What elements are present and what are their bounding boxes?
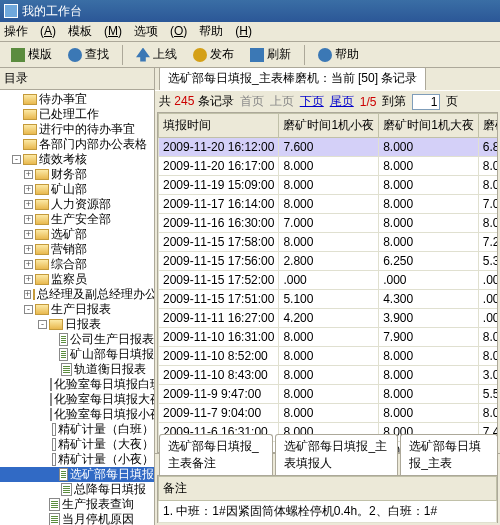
- table-cell[interactable]: 8.000: [279, 366, 379, 385]
- table-cell[interactable]: 6.250: [379, 252, 479, 271]
- table-cell[interactable]: 8.000: [379, 233, 479, 252]
- tree-node[interactable]: 化验室每日填报小夜: [0, 407, 154, 422]
- menu-options[interactable]: 选项(O): [134, 23, 187, 40]
- expand-icon[interactable]: +: [24, 170, 33, 179]
- expand-icon[interactable]: +: [24, 260, 33, 269]
- expand-icon[interactable]: +: [24, 215, 33, 224]
- table-cell[interactable]: 4.300: [379, 290, 479, 309]
- table-cell[interactable]: 8.000: [279, 157, 379, 176]
- table-cell[interactable]: 8.000: [478, 214, 498, 233]
- table-cell[interactable]: 8.000: [478, 347, 498, 366]
- table-cell[interactable]: 8.000: [379, 138, 479, 157]
- table-cell[interactable]: 2009-11-20 16:17:00: [159, 157, 279, 176]
- menu-operate[interactable]: 操作(A): [4, 23, 56, 40]
- table-row[interactable]: 2009-11-7 9:04:008.0008.0008.000: [159, 404, 499, 423]
- table-cell[interactable]: 2009-11-10 8:52:00: [159, 347, 279, 366]
- expand-icon[interactable]: -: [24, 305, 33, 314]
- tree-node[interactable]: -生产日报表: [0, 302, 154, 317]
- tb-template[interactable]: 模版: [4, 43, 59, 66]
- table-cell[interactable]: 8.000: [279, 385, 379, 404]
- tb-help[interactable]: 帮助: [311, 43, 366, 66]
- expand-icon[interactable]: +: [24, 245, 33, 254]
- table-cell[interactable]: 8.000: [478, 157, 498, 176]
- tree-node[interactable]: 公司生产日报表: [0, 332, 154, 347]
- column-header[interactable]: 填报时间: [159, 114, 279, 138]
- table-cell[interactable]: 2009-11-15 17:58:00: [159, 233, 279, 252]
- table-cell[interactable]: 8.000: [279, 404, 379, 423]
- tree-node[interactable]: 进行中的待办亊宜: [0, 122, 154, 137]
- tree-node[interactable]: 生产报表查询: [0, 497, 154, 512]
- expand-icon[interactable]: -: [12, 155, 21, 164]
- tree-node[interactable]: -绩效考核: [0, 152, 154, 167]
- table-cell[interactable]: 7.900: [379, 328, 479, 347]
- table-row[interactable]: 2009-11-15 17:51:005.1004.300.000: [159, 290, 499, 309]
- tree-node[interactable]: +选矿部: [0, 227, 154, 242]
- tree-node[interactable]: 精矿计量（大夜）: [0, 437, 154, 452]
- expand-icon[interactable]: +: [24, 200, 33, 209]
- table-cell[interactable]: 6.800: [478, 138, 498, 157]
- tree-node[interactable]: +营销部: [0, 242, 154, 257]
- table-row[interactable]: 2009-11-16 16:30:007.0008.0008.000: [159, 214, 499, 233]
- nav-first[interactable]: 首页: [240, 93, 264, 110]
- table-cell[interactable]: 2009-11-7 9:04:00: [159, 404, 279, 423]
- tb-upload[interactable]: 上线: [129, 43, 184, 66]
- goto-input[interactable]: [412, 94, 440, 110]
- table-cell[interactable]: 3.900: [379, 309, 479, 328]
- table-cell[interactable]: 2.800: [279, 252, 379, 271]
- table-cell[interactable]: 8.000: [478, 176, 498, 195]
- table-row[interactable]: 2009-11-10 8:52:008.0008.0008.000: [159, 347, 499, 366]
- table-cell[interactable]: 8.000: [279, 195, 379, 214]
- table-cell[interactable]: 4.200: [279, 309, 379, 328]
- tree-node[interactable]: 精矿计量（小夜）: [0, 452, 154, 467]
- column-header[interactable]: 磨矿时间1机大夜: [379, 114, 479, 138]
- table-cell[interactable]: 2009-11-15 17:52:00: [159, 271, 279, 290]
- tree-node[interactable]: 当月停机原因: [0, 512, 154, 525]
- tree[interactable]: 待办亊宜已处理工作进行中的待办亊宜各部门内部办公表格-绩效考核+财务部+矿山部+…: [0, 90, 154, 525]
- table-cell[interactable]: 8.000: [279, 176, 379, 195]
- tree-node[interactable]: +财务部: [0, 167, 154, 182]
- table-cell[interactable]: .000: [478, 290, 498, 309]
- table-row[interactable]: 2009-11-9 9:47:008.0008.0005.500: [159, 385, 499, 404]
- menu-help[interactable]: 帮助(H): [199, 23, 252, 40]
- menu-template[interactable]: 模板(M): [68, 23, 122, 40]
- table-row[interactable]: 2009-11-17 16:14:008.0008.0007.000: [159, 195, 499, 214]
- table-cell[interactable]: .000: [279, 271, 379, 290]
- table-cell[interactable]: 5.500: [478, 385, 498, 404]
- table-row[interactable]: 2009-11-10 8:43:008.0008.0003.000: [159, 366, 499, 385]
- table-cell[interactable]: 2009-11-17 16:14:00: [159, 195, 279, 214]
- tab-main[interactable]: 选矿部每日填报_主表棒磨机：当前 [50] 条记录: [159, 68, 426, 90]
- tree-node[interactable]: 待办亊宜: [0, 92, 154, 107]
- table-cell[interactable]: 8.000: [478, 328, 498, 347]
- table-cell[interactable]: 7.200: [478, 233, 498, 252]
- tb-refresh[interactable]: 刷新: [243, 43, 298, 66]
- table-cell[interactable]: 8.000: [279, 233, 379, 252]
- tree-node[interactable]: +监察员: [0, 272, 154, 287]
- table-cell[interactable]: .000: [478, 309, 498, 328]
- bottom-tab[interactable]: 选矿部每日填报_主表备注: [159, 434, 273, 475]
- table-cell[interactable]: 8.000: [478, 404, 498, 423]
- tree-node[interactable]: 矿山部每日填报: [0, 347, 154, 362]
- tree-node[interactable]: 总降每日填报: [0, 482, 154, 497]
- nav-prev[interactable]: 上页: [270, 93, 294, 110]
- table-cell[interactable]: .000: [478, 271, 498, 290]
- table-cell[interactable]: 2009-11-15 17:56:00: [159, 252, 279, 271]
- table-row[interactable]: 2009-11-19 15:09:008.0008.0008.000: [159, 176, 499, 195]
- table-cell[interactable]: 7.000: [478, 195, 498, 214]
- tree-node[interactable]: 化验室每日填报大夜: [0, 392, 154, 407]
- expand-icon[interactable]: -: [38, 320, 47, 329]
- tree-node[interactable]: +总经理及副总经理办公室: [0, 287, 154, 302]
- bottom-tab[interactable]: 选矿部每日填报_主表填报人: [275, 434, 398, 475]
- table-cell[interactable]: 2009-11-19 15:09:00: [159, 176, 279, 195]
- nav-next[interactable]: 下页: [300, 93, 324, 110]
- table-cell[interactable]: 5.100: [279, 290, 379, 309]
- tb-publish[interactable]: 发布: [186, 43, 241, 66]
- table-row[interactable]: 2009-11-20 16:17:008.0008.0008.000: [159, 157, 499, 176]
- table-cell[interactable]: 8.000: [379, 347, 479, 366]
- table-cell[interactable]: 8.000: [279, 347, 379, 366]
- tree-node[interactable]: +矿山部: [0, 182, 154, 197]
- table-cell[interactable]: 8.000: [379, 366, 479, 385]
- table-row[interactable]: 2009-11-15 17:58:008.0008.0007.200: [159, 233, 499, 252]
- tree-node[interactable]: +综合部: [0, 257, 154, 272]
- table-cell[interactable]: 8.000: [379, 176, 479, 195]
- table-cell[interactable]: 2009-11-20 16:12:00: [159, 138, 279, 157]
